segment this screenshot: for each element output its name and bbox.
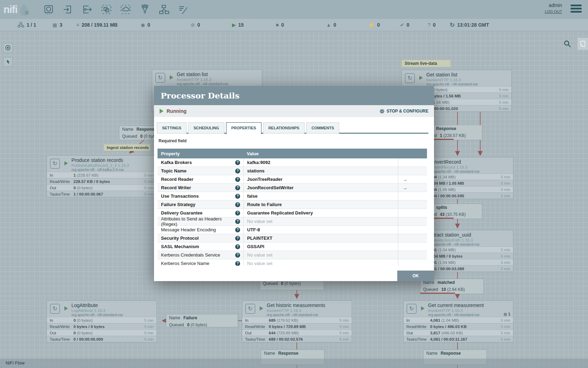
property-row[interactable]: Security Protocol ? PLAINTEXT → bbox=[158, 234, 427, 243]
help-icon[interactable]: ? bbox=[235, 185, 240, 190]
dialog-tab[interactable]: PROPERTIES bbox=[226, 122, 261, 134]
property-row[interactable]: Record Reader ? JsonTreeReader → bbox=[158, 175, 427, 184]
help-icon[interactable]: ? bbox=[235, 177, 240, 182]
status-count: ✔ 0 bbox=[400, 19, 410, 31]
invalid-icon: ▲ bbox=[326, 22, 331, 28]
remote-process-group-icon[interactable] bbox=[120, 4, 131, 15]
component-toolbar bbox=[43, 4, 189, 15]
disabled-icon: ⚡ bbox=[369, 22, 374, 28]
help-icon[interactable]: ? bbox=[235, 169, 240, 173]
dialog-tab[interactable]: SCHEDULING bbox=[188, 122, 224, 134]
queued-icon: ≡ bbox=[76, 22, 79, 28]
processor-stat-row: Out 0 (0 bytes) 5 min bbox=[47, 184, 156, 191]
go-to-service-icon[interactable]: → bbox=[402, 185, 407, 191]
help-icon[interactable]: ? bbox=[235, 253, 240, 258]
processor-log-attribute[interactable]: ↻ LogAttribute LogAttribute 1.16.3 org.a… bbox=[47, 300, 157, 342]
app-header: nifi admin LOG OUT bbox=[0, 0, 588, 19]
stop-and-configure-button[interactable]: STOP & CONFIGURE bbox=[379, 109, 428, 114]
nifi-logo-text: nifi bbox=[4, 3, 18, 16]
help-icon[interactable]: ? bbox=[235, 236, 240, 241]
status-count: ◉ 0 bbox=[141, 19, 150, 31]
connection-failure[interactable]: NameFailure Queued0 (0 bytes) bbox=[166, 314, 238, 327]
processor-stat-row: Tasks/Time 4,081 / 00:03:11.167 5 min bbox=[404, 336, 513, 342]
breadcrumb[interactable]: NiFi Flow bbox=[6, 360, 24, 366]
help-icon[interactable]: ? bbox=[235, 261, 240, 266]
processor-stat-row: Out 3,817 (496.03 KB) 5 min bbox=[404, 329, 513, 336]
canvas-label-stream-live-data[interactable]: Stream live-data bbox=[401, 60, 451, 67]
logout-link[interactable]: LOG OUT bbox=[545, 9, 562, 14]
property-row[interactable]: Attributes to Send as Headers (Regex) ? … bbox=[158, 217, 427, 226]
processor-icon: ↻ bbox=[407, 304, 416, 314]
navigate-palette-button[interactable] bbox=[3, 43, 13, 53]
help-icon[interactable]: ? bbox=[235, 244, 240, 249]
processor-get-current-measurement[interactable]: ↻ Get current measurement InvokeHTTP 1.1… bbox=[403, 300, 513, 342]
threads-icon: ▦ bbox=[503, 312, 507, 316]
ok-button[interactable]: OK bbox=[397, 271, 434, 281]
dialog-tab[interactable]: RELATIONSHIPS bbox=[263, 122, 304, 134]
bulletin-panel-icon[interactable] bbox=[578, 38, 588, 50]
processor-icon: ↻ bbox=[245, 304, 255, 314]
property-row[interactable]: Topic Name ? stations → bbox=[158, 167, 427, 175]
operate-palette-button[interactable] bbox=[3, 57, 13, 67]
cluster-icon bbox=[18, 22, 24, 28]
help-icon[interactable]: ? bbox=[235, 211, 240, 216]
processor-stat-row: Out 644 (729.89 MB) 5 min bbox=[242, 329, 352, 336]
dialog-tab[interactable]: COMMENTS bbox=[306, 122, 339, 134]
funnel-icon[interactable] bbox=[139, 4, 150, 15]
hand-pointer-icon bbox=[5, 59, 11, 65]
help-icon[interactable]: ? bbox=[235, 202, 240, 207]
label-icon[interactable] bbox=[178, 4, 189, 15]
threads-icon: ▦ bbox=[52, 22, 57, 28]
processor-get-historic-measurements[interactable]: ↻ Get historic measurements InvokeHTTP 1… bbox=[242, 300, 352, 342]
property-row[interactable]: Kerberos Credentials Service ? No value … bbox=[158, 251, 427, 259]
refresh-icon[interactable]: ↻ bbox=[450, 21, 455, 29]
help-icon[interactable]: ? bbox=[235, 160, 240, 165]
property-row[interactable]: Message Header Encoding ? UTF-8 → bbox=[158, 226, 427, 234]
nifi-app: nifi admin LOG OUT 1 / 1 ▦ bbox=[0, 0, 588, 368]
property-row[interactable]: Record Writer ? JsonRecordSetWriter → bbox=[158, 184, 427, 192]
properties-table-header: Property Value bbox=[158, 149, 427, 158]
running-icon bbox=[419, 76, 423, 80]
thread-count-badge: ▦ 1 bbox=[503, 312, 510, 316]
gear-icon bbox=[379, 109, 385, 114]
process-group-icon[interactable] bbox=[101, 4, 112, 15]
cluster-status: 1 / 1 bbox=[18, 19, 36, 31]
not-transmitting-icon: ⊘ bbox=[191, 22, 195, 28]
running-icon: ▶ bbox=[232, 22, 236, 28]
status-bar: 1 / 1 ▦ 3 ≡ 208 / 159.11 MB ◉ 0 ⊘ 0 ▶ 15… bbox=[0, 19, 588, 31]
help-icon[interactable]: ? bbox=[235, 194, 240, 199]
processor-stat-row: Read/Write 0 bytes / 496.03 KB 5 min bbox=[404, 323, 513, 329]
search-icon[interactable] bbox=[564, 40, 571, 49]
global-menu-icon[interactable] bbox=[570, 5, 582, 14]
play-icon bbox=[160, 109, 163, 114]
processor-icon: ↻ bbox=[155, 73, 165, 83]
property-row[interactable]: SASL Mechanism ? GSSAPI → bbox=[158, 243, 427, 251]
new-processor-icon[interactable] bbox=[43, 4, 54, 15]
active-threads: ▦ 3 bbox=[52, 19, 62, 31]
property-row[interactable]: Use Transactions ? false → bbox=[158, 192, 427, 200]
property-row[interactable]: Failure Strategy ? Route to Failure → bbox=[158, 200, 427, 209]
status-count: ▲ 0 bbox=[326, 19, 336, 31]
compass-icon bbox=[5, 45, 11, 51]
running-icon bbox=[260, 306, 263, 311]
status-count: ⚡ 0 bbox=[369, 19, 380, 31]
last-refresh[interactable]: ↻ 13:01:28 GMT bbox=[450, 19, 489, 31]
dialog-tab[interactable]: SETTINGS bbox=[157, 122, 187, 134]
help-icon[interactable]: ? bbox=[235, 219, 240, 224]
breadcrumb-bar: NiFi Flow bbox=[0, 359, 588, 368]
canvas-label-ingest-station-records[interactable]: Ingest station records bbox=[104, 144, 150, 151]
processor-produce-station-records[interactable]: ↻ Produce station records PublishKafkaRe… bbox=[47, 155, 157, 197]
output-port-icon[interactable] bbox=[82, 4, 93, 15]
help-icon[interactable]: ? bbox=[235, 227, 240, 232]
processor-stat-row: Tasks/Time 689 / 00:02:02.576 5 min bbox=[242, 336, 352, 342]
nifi-logo: nifi bbox=[4, 3, 29, 16]
go-to-service-icon[interactable]: → bbox=[402, 177, 407, 182]
processor-icon: ↻ bbox=[50, 304, 60, 314]
transmitting-icon: ◉ bbox=[141, 22, 145, 28]
template-icon[interactable] bbox=[159, 4, 170, 15]
properties-table: Property Value Kafka Brokers ? kafka:909… bbox=[158, 149, 427, 266]
processor-stat-row: Tasks/Time 0 / 00:00:00.000 5 min bbox=[47, 336, 156, 342]
input-port-icon[interactable] bbox=[62, 4, 74, 15]
property-row[interactable]: Kerberos Service Name ? No value set → bbox=[158, 259, 427, 266]
property-row[interactable]: Kafka Brokers ? kafka:9092 → bbox=[158, 158, 427, 167]
